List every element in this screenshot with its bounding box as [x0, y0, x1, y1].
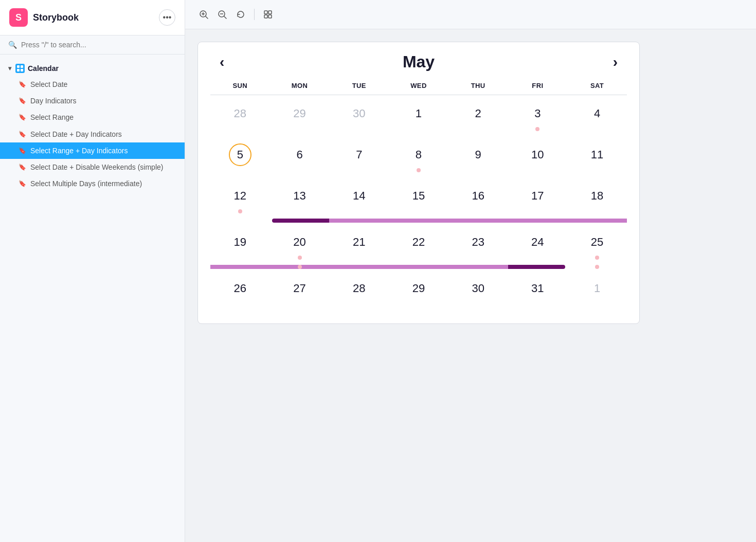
zoom-out-button[interactable] [214, 6, 230, 23]
table-cell[interactable]: 19 [210, 224, 270, 265]
sidebar-item-day-indicators[interactable]: 🔖 Day Indicators [0, 93, 185, 109]
chevron-down-icon: ▾ [8, 65, 11, 72]
bookmark-icon: 🔖 [19, 97, 26, 104]
sidebar-header: S Storybook ••• [0, 0, 185, 35]
table-cell[interactable]: 11 [567, 136, 627, 177]
calendar-header: ‹ May › [210, 52, 627, 71]
sidebar-item-select-range[interactable]: 🔖 Select Range [0, 109, 185, 125]
table-cell[interactable]: 14 [329, 177, 389, 219]
table-row: 5 6 7 8 9 10 11 [210, 136, 627, 177]
search-icon: 🔍 [8, 41, 17, 49]
grid-view-button[interactable] [260, 6, 276, 23]
calendar-group-icon [15, 64, 25, 73]
table-cell[interactable]: 17 [508, 177, 568, 219]
sidebar-item-select-range-day-indicators[interactable]: 🔖 Select Range + Day Indicators [0, 142, 185, 159]
table-cell[interactable]: 22 [389, 224, 448, 265]
table-cell[interactable]: 3 [508, 95, 568, 137]
sidebar-item-select-date-day-indicators[interactable]: 🔖 Select Date + Day Indicators [0, 126, 185, 142]
range-bar-light [270, 265, 330, 269]
app-title: Storybook [33, 12, 79, 23]
table-cell[interactable]: 21 [329, 224, 389, 265]
table-cell[interactable]: 2 [448, 95, 508, 137]
range-bar-light [508, 219, 568, 223]
prev-month-button[interactable]: ‹ [214, 53, 229, 71]
nav-item-label: Select Date + Disable Weekends (simple) [30, 162, 163, 172]
svg-rect-0 [17, 65, 20, 68]
zoom-in-button[interactable] [195, 6, 212, 23]
svg-rect-12 [268, 11, 272, 14]
table-cell[interactable]: 25 [567, 224, 627, 265]
svg-rect-2 [17, 69, 20, 71]
col-tue: TUE [329, 82, 389, 95]
col-sat: SAT [567, 82, 627, 95]
table-cell[interactable]: 26 [210, 270, 270, 311]
nav-item-label: Select Range [30, 113, 74, 122]
table-cell[interactable]: 7 [329, 136, 389, 177]
table-cell[interactable]: 30 [448, 270, 508, 311]
table-cell[interactable]: 8 [389, 136, 448, 177]
bookmark-icon: 🔖 [19, 131, 26, 138]
calendar-month-title: May [403, 52, 435, 71]
sidebar-item-select-date-disable-weekends[interactable]: 🔖 Select Date + Disable Weekends (simple… [0, 159, 185, 175]
range-bar-light [329, 265, 389, 269]
more-options-button[interactable]: ••• [159, 9, 175, 26]
range-bar-light [389, 265, 448, 269]
logo-area: S Storybook [9, 8, 79, 27]
day-indicator-dot [595, 256, 599, 260]
table-cell[interactable]: 5 [210, 136, 270, 177]
search-input[interactable] [21, 41, 176, 49]
table-cell[interactable]: 12 [210, 177, 270, 219]
range-bar-light [567, 219, 627, 223]
svg-rect-11 [264, 11, 267, 14]
table-row: 26 27 28 29 30 31 1 [210, 270, 627, 311]
nav-item-label: Select Multiple Days (intermediate) [30, 179, 142, 188]
table-cell[interactable]: 30 [329, 95, 389, 137]
sidebar-item-select-date[interactable]: 🔖 Select Date [0, 76, 185, 93]
col-mon: MON [270, 82, 330, 95]
table-cell[interactable]: 1 [567, 270, 627, 311]
reset-zoom-button[interactable] [232, 6, 249, 23]
bookmark-icon: 🔖 [19, 81, 26, 88]
sidebar-item-select-multiple-days[interactable]: 🔖 Select Multiple Days (intermediate) [0, 175, 185, 192]
table-row: 12 13 14 15 16 17 18 [210, 177, 627, 219]
table-cell[interactable]: 13 [270, 177, 330, 219]
table-cell[interactable]: 31 [508, 270, 568, 311]
next-month-button[interactable]: › [608, 53, 623, 71]
table-cell[interactable]: 23 [448, 224, 508, 265]
range-bar-dark [272, 219, 330, 223]
day-indicator-dot [417, 168, 421, 172]
table-cell[interactable]: 16 [448, 177, 508, 219]
svg-line-5 [206, 16, 208, 19]
nav-item-label: Select Date + Day Indicators [30, 130, 122, 139]
table-cell[interactable]: 15 [389, 177, 448, 219]
table-cell[interactable]: 28 [329, 270, 389, 311]
table-cell[interactable]: 4 [567, 95, 627, 137]
table-cell[interactable]: 18 [567, 177, 627, 219]
table-row: 19 20 21 22 23 24 2 [210, 224, 627, 265]
table-cell[interactable]: 28 [210, 95, 270, 137]
table-cell[interactable]: 6 [270, 136, 330, 177]
svg-rect-14 [268, 15, 272, 18]
range-bar-row-3 [210, 219, 627, 224]
table-row: 28 29 30 1 2 3 4 [210, 95, 627, 137]
calendar: ‹ May › SUN MON TUE WED THU FRI SAT [197, 42, 640, 324]
nav-section: ▾ Calendar 🔖 Select Date 🔖 Day Indicator… [0, 55, 185, 198]
range-bar-light [389, 219, 448, 223]
table-cell[interactable]: 1 [389, 95, 448, 137]
table-cell[interactable]: 20 [270, 224, 330, 265]
table-cell[interactable]: 27 [270, 270, 330, 311]
col-wed: WED [389, 82, 448, 95]
table-cell[interactable]: 29 [270, 95, 330, 137]
col-thu: THU [448, 82, 508, 95]
svg-line-9 [224, 16, 226, 19]
table-cell[interactable]: 24 [508, 224, 568, 265]
bookmark-icon: 🔖 [19, 164, 26, 171]
col-fri: FRI [508, 82, 568, 95]
nav-item-label: Select Range + Day Indicators [30, 146, 128, 155]
bookmark-icon: 🔖 [19, 180, 26, 187]
nav-group-calendar[interactable]: ▾ Calendar [0, 61, 185, 76]
table-cell[interactable]: 29 [389, 270, 448, 311]
table-cell[interactable]: 10 [508, 136, 568, 177]
bookmark-icon: 🔖 [19, 114, 26, 121]
table-cell[interactable]: 9 [448, 136, 508, 177]
